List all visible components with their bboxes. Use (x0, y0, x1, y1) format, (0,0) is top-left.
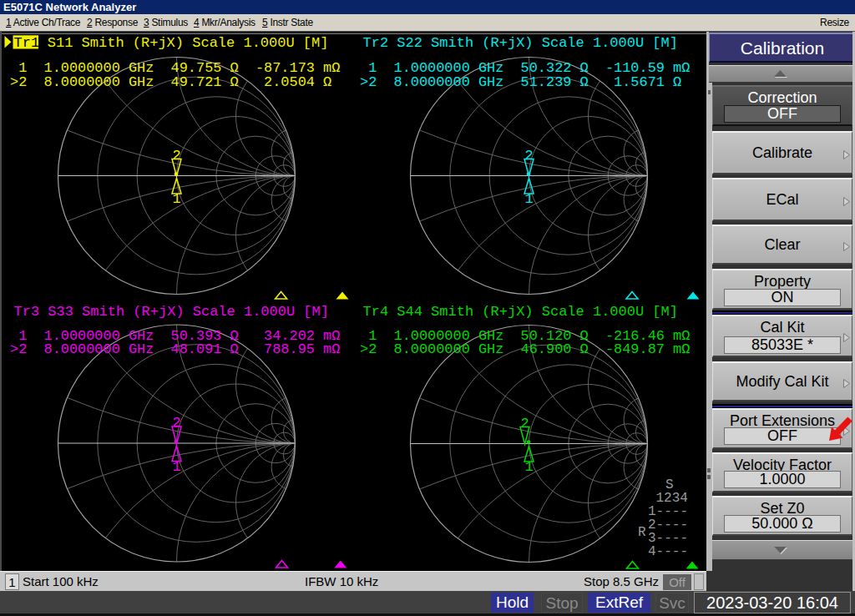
svg-text:Tr3 S33 Smith (R+jX) Scale 1.0: Tr3 S33 Smith (R+jX) Scale 1.000U [M] (14, 304, 329, 320)
svg-text:1: 1 (524, 191, 533, 207)
svg-text:2: 2 (172, 148, 180, 164)
svg-text:1: 1 (172, 459, 180, 475)
svg-text:2: 2 (520, 416, 529, 432)
svg-text:Tr4 S44 Smith (R+jX) Scale 1.0: Tr4 S44 Smith (R+jX) Scale 1.000U [M] (363, 304, 678, 320)
svg-text:Tr1: Tr1 (14, 35, 40, 51)
svg-text:>2 8.0000000 GHz 48.091 Ω: >2 8.0000000 GHz 48.091 Ω 788.95 mΩ (10, 341, 340, 357)
svg-text:S11 Smith (R+jX) Scale 1.000U: S11 Smith (R+jX) Scale 1.000U [M] (48, 35, 329, 51)
svg-text:1 1.0000000 GHz 50.322 Ω -1: 1 1.0000000 GHz 50.322 Ω -110.59 mΩ (360, 60, 690, 76)
svg-text:>2 8.0000000 GHz 49.721 Ω: >2 8.0000000 GHz 49.721 Ω 2.0504 Ω (10, 74, 331, 90)
svg-text:Tr2 S22 Smith (R+jX) Scale 1.0: Tr2 S22 Smith (R+jX) Scale 1.000U [M] (363, 35, 678, 51)
svg-text:R: R (638, 525, 646, 540)
svg-text:>2 8.0000000 GHz 51.239 Ω: >2 8.0000000 GHz 51.239 Ω 1.5671 Ω (360, 74, 681, 90)
svg-text:1 1.0000000 GHz 49.755 Ω -8: 1 1.0000000 GHz 49.755 Ω -87.173 mΩ (10, 60, 340, 76)
svg-text:4----: 4---- (648, 544, 688, 559)
svg-text:1: 1 (172, 191, 180, 207)
svg-text:>2 8.0000000 GHz 46.900 Ω -: >2 8.0000000 GHz 46.900 Ω -849.87 mΩ (360, 341, 690, 357)
svg-text:2: 2 (172, 415, 180, 431)
svg-text:1: 1 (524, 459, 533, 475)
svg-text:2: 2 (524, 148, 533, 164)
